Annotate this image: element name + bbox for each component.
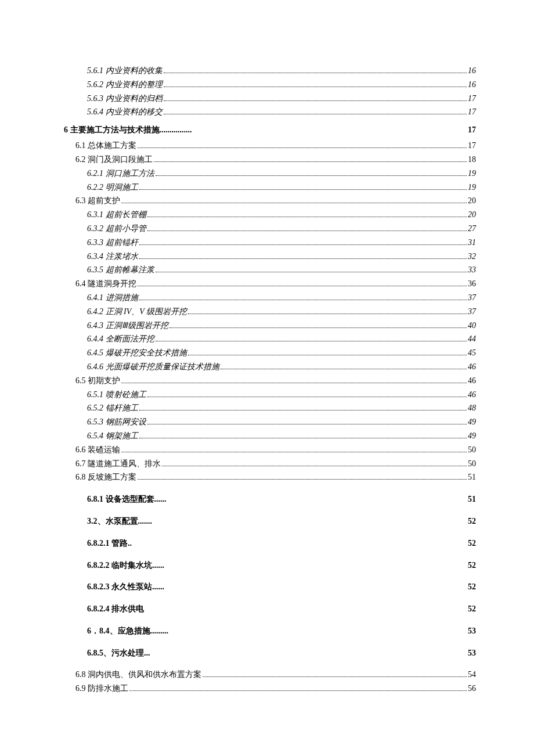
toc-page: 5.6.1 内业资料的收集165.6.2 内业资料的整理165.6.3 内业资料… xyxy=(0,0,534,730)
toc-label: 5.6.3 内业资料的归档 xyxy=(87,92,163,106)
toc-entry: 6.3.2 超前小导管27 xyxy=(64,222,476,236)
toc-label: 6.4.5 爆破开挖安全技术措施 xyxy=(87,346,187,360)
toc-label: 6.2 洞门及洞口段施工 xyxy=(75,153,153,167)
toc-label: 6.4.3 正洞Ⅲ级围岩开挖 xyxy=(87,319,168,333)
toc-trail: ....... xyxy=(138,514,153,528)
toc-page-number: 50 xyxy=(468,457,476,471)
toc-entry: 3.2、水泵配置.......52 xyxy=(64,514,476,528)
toc-label: 5.6.1 内业资料的收集 xyxy=(87,64,163,78)
toc-label: 6.3.4 注浆堵水 xyxy=(87,250,138,264)
toc-leader-dots xyxy=(164,80,467,87)
toc-label: 6.5.2 锚杆施工 xyxy=(87,401,138,415)
toc-entry: 6.3 超前支护20 xyxy=(64,194,476,208)
toc-label: 6.4.6 光面爆破开挖质量保证技术措施 xyxy=(87,360,219,374)
toc-label: 6.3.5 超前帷幕注浆 xyxy=(87,263,154,277)
toc-entry: 6.2.2 明洞施工19 xyxy=(64,181,476,195)
toc-page-number: 52 xyxy=(468,602,476,616)
toc-page-number: 27 xyxy=(468,222,476,236)
toc-entry: 6.8 洞内供电、供风和供水布置方案54 xyxy=(64,668,476,682)
toc-entry: 6.3.1 超前长管棚20 xyxy=(64,208,476,222)
toc-page-number: 17 xyxy=(468,92,476,106)
toc-page-number: 17 xyxy=(468,105,476,119)
toc-sub-block: 6.8.1 设备选型配套......513.2、水泵配置.......526.8… xyxy=(64,492,476,660)
toc-leader-dots xyxy=(147,224,467,231)
toc-entry: 6.9 防排水施工56 xyxy=(64,682,476,696)
toc-page-number: 50 xyxy=(468,443,476,457)
toc-leader-dots xyxy=(147,390,467,397)
toc-entry: 6.8.2.4 排水供电52 xyxy=(64,602,476,616)
toc-page-number: 52 xyxy=(468,514,476,528)
toc-page-number: 49 xyxy=(468,429,476,443)
toc-label: 6.8 反坡施工方案 xyxy=(75,470,136,484)
toc-entry: 6.4.5 爆破开挖安全技术措施45 xyxy=(64,346,476,360)
toc-entry: 6.4.6 光面爆破开挖质量保证技术措施46 xyxy=(64,360,476,374)
toc-leader-dots xyxy=(147,417,467,424)
toc-label: 5.6.4 内业资料的移交 xyxy=(87,105,163,119)
toc-label: 6.4.2 正洞 IV、V 级围岩开挖 xyxy=(87,305,187,319)
toc-page-number: 17 xyxy=(468,125,476,135)
toc-leader-dots xyxy=(139,293,467,300)
toc-leader-dots xyxy=(169,321,467,328)
toc-leader-dots xyxy=(188,348,467,355)
toc-label: 6.3.2 超前小导管 xyxy=(87,222,146,236)
toc-page-number: 48 xyxy=(468,401,476,415)
toc-leader-dots xyxy=(164,93,467,101)
toc-leader-dots xyxy=(203,670,467,678)
toc-entry: 6.3.3 超前锚杆31 xyxy=(64,236,476,250)
toc-entry: 5.6.2 内业资料的整理16 xyxy=(64,78,476,92)
toc-label: 6.4 隧道洞身开挖 xyxy=(75,277,136,291)
toc-leader-dots xyxy=(147,210,467,217)
toc-label: 6.4.4 全断面法开挖 xyxy=(87,332,154,346)
toc-leader-dots xyxy=(156,334,467,341)
toc-leader-dots xyxy=(221,362,467,369)
toc-label: 6.6 装碴运输 xyxy=(75,443,120,457)
toc-entry: 6.5 初期支护46 xyxy=(64,374,476,388)
toc-label: 6.3 超前支护 xyxy=(75,194,120,208)
toc-page-number: 45 xyxy=(468,346,476,360)
toc-entry: 6.2 洞门及洞口段施工18 xyxy=(64,153,476,167)
toc-label: 6.8.5、污水处理 xyxy=(87,646,144,660)
toc-page-number: 56 xyxy=(468,682,476,696)
toc-trail: ......... xyxy=(150,624,169,638)
toc-label: 6.8.2.3 永久性泵站 xyxy=(87,580,152,594)
toc-entry: 6.5.1 喷射砼施工46 xyxy=(64,388,476,402)
toc-leader-dots xyxy=(121,196,467,203)
toc-leader-dots xyxy=(154,154,467,162)
toc-leader-dots xyxy=(139,431,467,438)
toc-label: 3.2、水泵配置 xyxy=(87,514,138,528)
toc-page-number: 17 xyxy=(468,139,476,153)
toc-page-number: 20 xyxy=(468,208,476,222)
toc-page-number: 49 xyxy=(468,415,476,429)
toc-leader-dots xyxy=(164,107,467,115)
toc-leader-dots xyxy=(139,403,467,411)
toc-entry: 6.4.4 全断面法开挖44 xyxy=(64,332,476,346)
toc-label: 6.8.1 设备选型配套 xyxy=(87,492,154,506)
toc-entry: 6.4.3 正洞Ⅲ级围岩开挖40 xyxy=(64,319,476,333)
toc-leader-dots xyxy=(138,141,467,148)
toc-leader-dots xyxy=(139,251,467,259)
toc-entry: 6.8.2.3 永久性泵站......52 xyxy=(64,580,476,594)
toc-label: 5.6.2 内业资料的整理 xyxy=(87,78,163,92)
toc-leader-dots xyxy=(139,237,467,245)
toc-entry: 6.8.1 设备选型配套......51 xyxy=(64,492,476,506)
toc-page-number: 46 xyxy=(468,388,476,402)
toc-page-number: 19 xyxy=(468,181,476,195)
toc-entry: 6.4.2 正洞 IV、V 级围岩开挖37 xyxy=(64,305,476,319)
toc-label: 6.5.1 喷射砼施工 xyxy=(87,388,146,402)
toc-leader-dots xyxy=(156,168,467,176)
toc-entry: 6.6 装碴运输50 xyxy=(64,443,476,457)
toc-label: 6.5 初期支护 xyxy=(75,374,120,388)
toc-trail: ... xyxy=(144,646,150,660)
toc-entry: 6.2.1 洞口施工方法19 xyxy=(64,167,476,181)
toc-entry: 6.5.4 钢架施工49 xyxy=(64,429,476,443)
toc-leader-dots xyxy=(129,683,467,691)
toc-page-number: 54 xyxy=(468,668,476,682)
toc-entry: 6.4.1 进洞措施37 xyxy=(64,291,476,305)
toc-entry: 6.5.2 锚杆施工48 xyxy=(64,401,476,415)
toc-leader-dots xyxy=(138,279,467,286)
toc-page-number: 46 xyxy=(468,374,476,388)
toc-entry: 6.3.4 注浆堵水32 xyxy=(64,250,476,264)
toc-entry: 5.6.4 内业资料的移交17 xyxy=(64,105,476,119)
toc-page-number: 37 xyxy=(468,305,476,319)
toc-trail: ................ xyxy=(160,125,192,135)
